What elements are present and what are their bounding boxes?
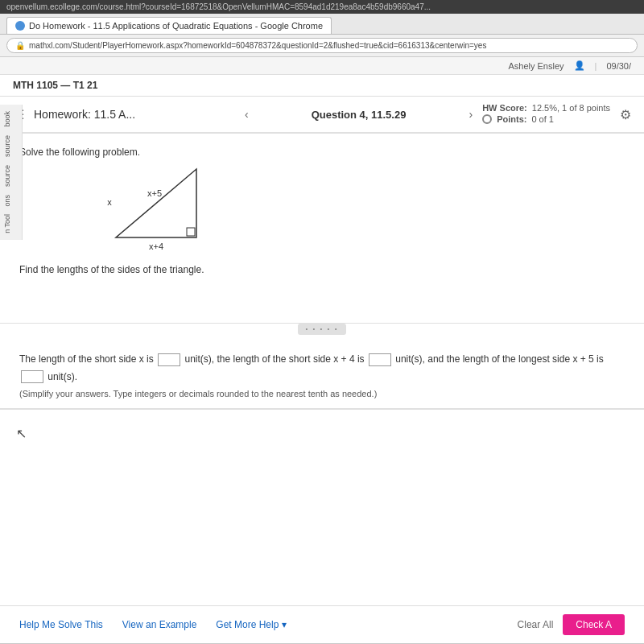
- sidebar-item-book[interactable]: book: [2, 108, 20, 130]
- answer-text-row: The length of the short side x is unit(s…: [19, 351, 625, 386]
- bottom-bar: Help Me Solve This View an Example Get M…: [0, 605, 644, 643]
- answer-input-1[interactable]: [158, 353, 180, 366]
- question-label: Question 4, 11.5.29: [258, 109, 460, 121]
- answer-text-4: unit(s).: [47, 371, 77, 382]
- answer-text-1: The length of the short side x is: [19, 353, 154, 365]
- hw-score: HW Score: 12.5%, 1 of 8 points Points: 0…: [482, 103, 610, 126]
- nav-prev[interactable]: ‹: [245, 108, 249, 121]
- browser-url-bar: openvellum.ecollege.com/course.html?cour…: [0, 0, 644, 14]
- user-icon: 👤: [574, 60, 585, 71]
- problem-area: Solve the following problem. x+5 x x+4: [0, 134, 644, 324]
- triangle-area: x+5 x x+4: [100, 161, 229, 258]
- left-sidebar: book source source ons n Tool: [0, 105, 23, 240]
- address-bar-row: 🔒 mathxl.com/Student/PlayerHomework.aspx…: [0, 35, 644, 57]
- answer-input-2[interactable]: [369, 353, 391, 366]
- triangle-svg: x+5 x x+4: [100, 161, 229, 258]
- points-indicator: [482, 114, 492, 124]
- problem-instruction: Solve the following problem.: [19, 147, 625, 158]
- browser-tab[interactable]: Do Homework - 11.5 Applications of Quadr…: [6, 17, 332, 34]
- clear-all-button[interactable]: Clear All: [518, 619, 554, 630]
- settings-icon[interactable]: ⚙: [620, 107, 631, 122]
- date: 09/30/: [606, 61, 631, 71]
- sidebar-item-ons[interactable]: ons: [2, 192, 20, 210]
- cursor-area: ↖: [0, 410, 644, 605]
- svg-text:x: x: [107, 197, 112, 207]
- cursor: ↖: [16, 426, 27, 441]
- user-name: Ashely Ensley: [508, 61, 564, 71]
- help-me-solve-button[interactable]: Help Me Solve This: [19, 619, 103, 630]
- main-content: Ashely Ensley 👤 | 09/30/ MTH 1105 — T1 2…: [0, 57, 644, 643]
- nav-next[interactable]: ›: [469, 108, 473, 121]
- answer-input-3[interactable]: [21, 370, 43, 383]
- lock-icon: 🔒: [15, 41, 25, 50]
- tab-favicon: [15, 21, 25, 31]
- hint-note: (Simplify your answers. Type integers or…: [19, 389, 625, 398]
- hw-title: Homework: 11.5 A...: [34, 108, 235, 121]
- top-bar: Ashely Ensley 👤 | 09/30/: [0, 57, 644, 75]
- course-title: MTH 1105 — T1 21: [0, 75, 644, 97]
- answer-text-2: unit(s), the length of the short side x …: [184, 353, 364, 365]
- check-answer-button[interactable]: Check A: [563, 614, 625, 635]
- answer-section: The length of the short side x is unit(s…: [0, 341, 644, 410]
- view-example-button[interactable]: View an Example: [122, 619, 197, 630]
- tab-bar: Do Homework - 11.5 Applications of Quadr…: [0, 14, 644, 35]
- address-text: mathxl.com/Student/PlayerHomework.aspx?h…: [29, 41, 486, 50]
- get-more-help-button[interactable]: Get More Help ▾: [216, 619, 286, 630]
- sidebar-item-tool[interactable]: n Tool: [2, 211, 20, 237]
- tab-label: Do Homework - 11.5 Applications of Quadr…: [29, 21, 323, 31]
- svg-rect-1: [187, 228, 195, 236]
- svg-text:x+4: x+4: [149, 242, 163, 251]
- address-bar[interactable]: 🔒 mathxl.com/Student/PlayerHomework.aspx…: [6, 38, 638, 53]
- collapse-dots: • • • • •: [306, 325, 339, 332]
- homework-header: ☰ Homework: 11.5 A... ‹ Question 4, 11.5…: [0, 97, 644, 134]
- problem-main: x+5 x x+4: [19, 161, 625, 258]
- svg-marker-0: [116, 169, 196, 237]
- sidebar-item-source-1[interactable]: source: [2, 132, 20, 160]
- sidebar-item-source-2[interactable]: source: [2, 162, 20, 190]
- problem-question: Find the lengths of the sides of the tri…: [19, 264, 625, 275]
- bottom-right: Clear All Check A: [518, 614, 625, 635]
- answer-text-3: unit(s), and the length of the longest s…: [395, 353, 604, 365]
- svg-text:x+5: x+5: [147, 188, 162, 198]
- collapse-btn[interactable]: • • • • •: [298, 324, 346, 335]
